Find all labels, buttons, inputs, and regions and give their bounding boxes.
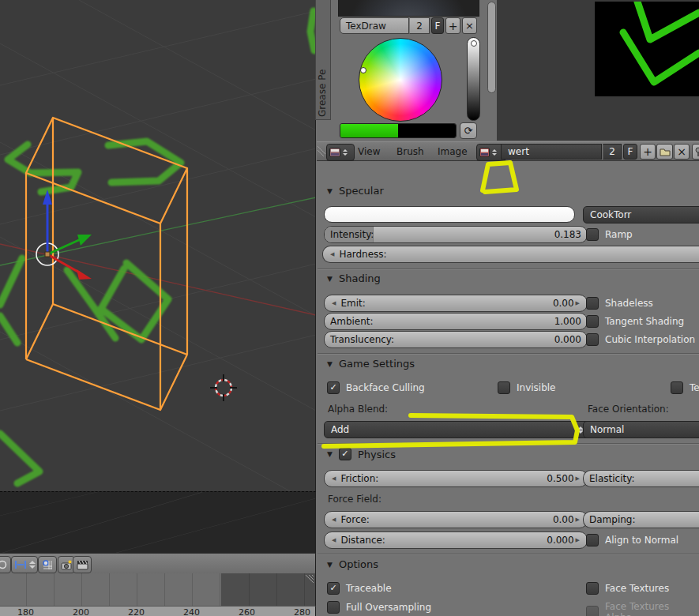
text-checkbox[interactable]: Te	[671, 381, 699, 394]
cubic-interpolation-checkbox[interactable]: Cubic Interpolation	[586, 333, 695, 346]
value-slider-cursor[interactable]	[471, 40, 477, 47]
editor-type-selector[interactable]	[326, 144, 355, 161]
slider-label: Hardness:	[339, 249, 699, 260]
menu-image[interactable]: Image	[438, 146, 468, 157]
viewport-3d[interactable]	[0, 0, 316, 491]
brush-name-field[interactable]: TexDraw	[340, 17, 409, 34]
checkbox-box[interactable]	[327, 601, 340, 614]
alpha-blend-dropdown[interactable]: Add	[324, 421, 591, 438]
menu-view[interactable]: View	[358, 146, 380, 157]
checkbox-box[interactable]	[586, 297, 599, 310]
image-open-button[interactable]	[656, 144, 673, 160]
checkbox-box[interactable]	[586, 582, 599, 595]
panel-header-specular[interactable]: ▼ Specular	[327, 185, 384, 197]
primary-color[interactable]	[340, 124, 398, 137]
panel-header-physics[interactable]: ▼ ✓ Physics	[327, 448, 396, 460]
image-unlink-button[interactable]: ×	[674, 144, 690, 160]
face-orientation-dropdown[interactable]: Normal	[583, 421, 699, 438]
specular-shader-dropdown[interactable]: CookTorr	[583, 206, 699, 223]
checkbox-box[interactable]	[671, 381, 683, 394]
shadeless-checkbox[interactable]: Shadeless	[586, 297, 653, 310]
check-icon: ✓	[329, 382, 336, 393]
slider-value: 0.00	[553, 298, 574, 309]
increment-arrow-icon[interactable]: ▶	[574, 516, 581, 523]
backface-culling-checkbox[interactable]: ✓ Backface Culling	[327, 381, 425, 394]
decrement-arrow-icon[interactable]: ◀	[330, 475, 337, 482]
timeline-out-of-range	[221, 573, 316, 606]
full-oversampling-checkbox[interactable]: Full Oversampling	[327, 601, 431, 614]
checkbox-box[interactable]	[586, 228, 599, 241]
emit-slider[interactable]: ◀ Emit: 0.00 ▶	[324, 295, 588, 312]
viewport-below-grid	[0, 491, 316, 553]
playback-sync-button[interactable]	[0, 556, 11, 573]
decrement-arrow-icon[interactable]: ◀	[330, 537, 337, 543]
align-to-normal-checkbox[interactable]: Align to Normal	[586, 534, 678, 547]
specular-color-field[interactable]	[324, 206, 575, 223]
region-resize-grip[interactable]	[303, 575, 314, 586]
decrement-arrow-icon[interactable]: ◀	[329, 251, 336, 257]
shader-value: CookTorr	[590, 209, 631, 220]
ambient-slider[interactable]: Ambient: 1.000	[324, 313, 588, 330]
brush-users-button[interactable]: 2	[409, 17, 430, 34]
tab-grease-pencil[interactable]: Grease Pe	[315, 0, 331, 120]
auto-snap-button[interactable]	[11, 556, 38, 573]
face-orientation-label: Face Orientation:	[588, 404, 669, 415]
slider-label: Force:	[340, 514, 553, 525]
color-wheel[interactable]	[359, 38, 442, 122]
tangent-shading-checkbox[interactable]: Tangent Shading	[586, 315, 684, 328]
face-textures-checkbox[interactable]: Face Textures	[586, 582, 669, 595]
checkbox-box[interactable]: ✓	[327, 582, 340, 595]
increment-arrow-icon[interactable]: ▶	[574, 537, 581, 543]
friction-slider[interactable]: ◀ Friction: 0.500 ▶	[324, 470, 588, 487]
increment-arrow-icon[interactable]: ▶	[574, 475, 581, 482]
color-swatch[interactable]	[340, 123, 457, 138]
secondary-color[interactable]	[398, 124, 456, 137]
ramp-checkbox[interactable]: Ramp	[586, 228, 633, 241]
image-editor-canvas[interactable]	[497, 0, 699, 141]
menu-brush[interactable]: Brush	[396, 146, 424, 157]
panel-header-options[interactable]: ▼ Options	[327, 558, 378, 570]
decrement-arrow-icon[interactable]: ◀	[330, 300, 337, 306]
specular-intensity-slider[interactable]: Intensity: 0.183	[324, 226, 588, 243]
distance-slider[interactable]: ◀ Distance: 0.000 ▶	[324, 531, 588, 549]
panel-header-shading[interactable]: ▼ Shading	[327, 272, 381, 284]
translucency-slider[interactable]: Translucency: 0.000	[324, 331, 588, 348]
checkbox-box[interactable]	[586, 315, 599, 328]
checkbox-box[interactable]	[498, 381, 510, 394]
image-new-button[interactable]: +	[640, 144, 656, 160]
collapse-icon: ▼	[327, 561, 333, 569]
invisible-checkbox[interactable]: Invisible	[498, 381, 556, 394]
brush-fake-user-button[interactable]: F	[431, 17, 444, 34]
timeline-frame-ruler[interactable]: 180 200 220 240 260 280	[0, 606, 316, 616]
cursor-3d	[210, 374, 237, 401]
damping-slider[interactable]: Damping:	[583, 511, 699, 528]
swap-colors-button[interactable]: ⟳	[460, 122, 477, 139]
traceable-checkbox[interactable]: ✓ Traceable	[327, 582, 392, 595]
checkbox-box[interactable]	[586, 534, 599, 547]
checkbox-box[interactable]: ✓	[327, 381, 340, 394]
checkbox-box[interactable]	[586, 333, 599, 346]
value-slider[interactable]	[467, 37, 480, 121]
brush-add-button[interactable]: +	[445, 17, 460, 34]
render-anim-button[interactable]	[73, 556, 92, 573]
specular-hardness-slider[interactable]: ◀ Hardness:	[322, 246, 699, 263]
increment-arrow-icon[interactable]: ▶	[574, 300, 581, 306]
decrement-arrow-icon[interactable]: ◀	[330, 516, 337, 523]
timeline-canvas[interactable]	[0, 573, 316, 606]
image-user-count: 2	[609, 146, 615, 157]
plus-icon: +	[449, 20, 458, 32]
tool-shelf-scrollbar[interactable]	[487, 2, 496, 93]
pin-button[interactable]	[692, 144, 699, 160]
physics-enable-checkbox[interactable]: ✓	[339, 448, 351, 460]
image-name-field[interactable]: wert	[501, 144, 602, 160]
panel-header-game-settings[interactable]: ▼ Game Settings	[327, 358, 415, 370]
image-fake-user-button[interactable]: F	[623, 144, 637, 160]
keying-set-button[interactable]	[38, 556, 57, 573]
force-slider[interactable]: ◀ Force: 0.00 ▶	[324, 511, 588, 528]
slider-value: 0.000	[547, 535, 573, 546]
elasticity-slider[interactable]: Elasticity:	[583, 470, 699, 487]
color-wheel-cursor[interactable]	[360, 67, 366, 73]
brush-unlink-button[interactable]: ×	[462, 17, 477, 34]
brush-preview[interactable]	[338, 0, 479, 17]
image-users-button[interactable]: 2	[603, 144, 622, 160]
